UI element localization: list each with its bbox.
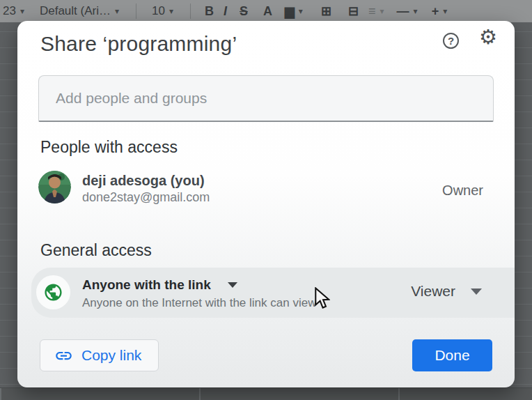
add-people-input[interactable] <box>38 75 494 122</box>
chevron-down-icon: ▾ <box>169 6 173 16</box>
gear-icon[interactable]: ⚙ <box>479 27 497 47</box>
bold-button[interactable]: B <box>205 4 214 19</box>
borders-button[interactable]: ⊞ <box>321 3 331 19</box>
role-dropdown[interactable]: Viewer <box>411 283 482 300</box>
zoom-selector[interactable]: 23▾ <box>3 4 24 18</box>
insert-button[interactable]: +▾ <box>432 4 448 19</box>
chevron-down-icon: ▾ <box>443 6 447 16</box>
avatar <box>38 171 71 203</box>
general-access-heading: General access <box>40 241 152 260</box>
italic-button[interactable]: I <box>224 4 227 19</box>
globe-icon <box>36 275 70 309</box>
text-color-button[interactable]: A <box>263 4 272 19</box>
copy-link-button[interactable]: Copy link <box>40 339 159 371</box>
people-with-access-heading: People with access <box>40 138 178 157</box>
chevron-down-icon: ▾ <box>115 6 119 16</box>
merge-cells-button[interactable]: ⊟ <box>348 3 359 19</box>
more-toolbar-button[interactable]: —▾ <box>397 4 418 19</box>
fill-color-button[interactable]: ▆▾ <box>285 3 303 19</box>
help-icon[interactable]: ? <box>443 33 459 49</box>
person-email: done2stay@gmail.com <box>82 190 210 205</box>
font-size-selector[interactable]: 10▾ <box>152 4 173 18</box>
chevron-down-icon <box>228 282 237 288</box>
chevron-down-icon: ▾ <box>414 6 418 16</box>
strikethrough-button[interactable]: S <box>240 4 248 19</box>
person-name: deji adesoga (you) <box>82 173 205 189</box>
share-dialog: Share ‘programming’ ? ⚙ People with acce… <box>17 21 515 387</box>
link-icon <box>54 346 73 365</box>
dialog-title: Share ‘programming’ <box>40 32 237 56</box>
done-button[interactable]: Done <box>412 339 492 371</box>
chevron-down-icon <box>471 289 482 295</box>
font-selector[interactable]: Default (Ari…▾ <box>40 4 119 18</box>
sheets-toolbar: 23▾Default (Ari…▾10▾BISA▆▾⊞⊟≡▾—▾+▾ <box>0 0 532 22</box>
chevron-down-icon: ▾ <box>299 6 303 16</box>
toolbar-separator <box>190 3 191 19</box>
avatar-photo <box>38 171 71 203</box>
chevron-down-icon: ▾ <box>20 6 24 16</box>
chevron-down-icon: ▾ <box>380 6 384 16</box>
person-role-owner: Owner <box>442 183 483 199</box>
spreadsheet-bottom-rows <box>0 387 532 400</box>
horizontal-align-button[interactable]: ≡▾ <box>368 4 384 19</box>
general-access-row: Anyone with the link Anyone on the Inter… <box>31 268 515 318</box>
general-access-option-dropdown[interactable]: Anyone with the link <box>82 277 237 293</box>
toolbar-separator <box>136 3 136 19</box>
role-dropdown-label: Viewer <box>411 283 455 300</box>
general-access-description: Anyone on the Internet with the link can… <box>82 296 316 310</box>
